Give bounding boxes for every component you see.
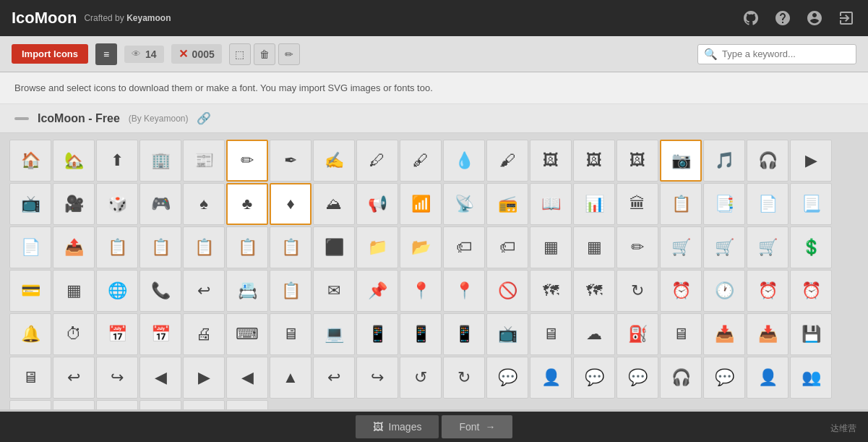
icon-cell[interactable]: 📅	[96, 313, 138, 355]
help-icon[interactable]	[773, 8, 793, 28]
icon-cell[interactable]: 🚫	[486, 270, 528, 312]
icon-cell[interactable]: ✉	[313, 270, 355, 312]
icon-cell[interactable]: 🔔	[9, 313, 51, 355]
icon-cell[interactable]: 📄	[9, 226, 51, 268]
icon-cell[interactable]: 💻	[313, 313, 355, 355]
icon-cell[interactable]: 🖥	[660, 313, 702, 355]
icon-cell[interactable]: 🖊	[356, 140, 398, 182]
icon-cell[interactable]: 📥	[703, 313, 745, 355]
icon-cell[interactable]: 🖋	[400, 140, 442, 182]
icon-cell[interactable]: 📱	[400, 313, 442, 355]
icon-cell[interactable]: 🎮	[139, 183, 181, 225]
icon-cell[interactable]: 🌐	[96, 270, 138, 312]
icon-cell[interactable]: ✒	[270, 140, 311, 182]
icon-cell[interactable]: ⌛	[226, 400, 268, 409]
icon-cell[interactable]: 💲	[790, 226, 832, 268]
icon-cell[interactable]: 🎧	[747, 140, 788, 182]
icon-cell[interactable]: 💬	[486, 357, 528, 399]
icon-cell[interactable]: ⏰	[660, 270, 702, 312]
icon-cell[interactable]: ↺	[400, 357, 442, 399]
icon-cell[interactable]: 🕐	[703, 270, 745, 312]
icon-cell[interactable]: ✏	[226, 140, 268, 182]
icon-cell[interactable]: 📍	[400, 270, 442, 312]
icon-cell[interactable]: 🗺	[530, 270, 572, 312]
iconset-link-icon[interactable]: 🔗	[197, 111, 211, 125]
icon-cell[interactable]: ⬆	[96, 140, 138, 182]
icon-cell[interactable]: 🖥	[270, 313, 311, 355]
import-icons-button[interactable]: Import Icons	[12, 44, 88, 64]
icon-cell[interactable]: ▦	[530, 226, 572, 268]
icon-cell[interactable]: ▶	[790, 140, 832, 182]
icon-cell[interactable]: ↪	[96, 357, 138, 399]
icon-cell[interactable]: 👥	[53, 400, 95, 409]
icon-cell[interactable]: 🎲	[96, 183, 138, 225]
icon-cell[interactable]: 👥	[139, 400, 181, 409]
icon-cell[interactable]: 🏛	[616, 183, 658, 225]
icon-cell[interactable]: 📑	[703, 183, 745, 225]
icon-cell[interactable]: 📂	[400, 226, 442, 268]
icon-cell[interactable]: 💬	[573, 357, 615, 399]
images-button[interactable]: 🖼 Images	[356, 415, 439, 438]
select-tool-button[interactable]: ⬚	[229, 43, 251, 65]
icon-cell[interactable]: 📺	[9, 183, 51, 225]
icon-cell[interactable]: ⏰	[790, 270, 832, 312]
icon-cell[interactable]: 💳	[9, 270, 51, 312]
font-button[interactable]: Font →	[442, 415, 512, 438]
icon-cell[interactable]: ▦	[53, 270, 95, 312]
search-input[interactable]	[722, 48, 850, 59]
icon-cell[interactable]: ▦	[573, 226, 615, 268]
icon-cell[interactable]: ⛽	[616, 313, 658, 355]
icon-cell[interactable]: ▲	[270, 357, 311, 399]
icon-cell[interactable]: 📋	[183, 226, 225, 268]
icon-cell[interactable]: 📞	[139, 270, 181, 312]
icon-cell[interactable]: ↻	[443, 357, 485, 399]
icon-cell[interactable]: 🖥	[530, 313, 572, 355]
icon-cell[interactable]: 📱	[443, 313, 485, 355]
icon-cell[interactable]: 🖼	[530, 140, 572, 182]
icon-cell[interactable]: ♣	[226, 183, 268, 225]
icon-cell[interactable]: ⏱	[53, 313, 95, 355]
icon-cell[interactable]: 🖨	[183, 313, 225, 355]
icon-cell[interactable]: ✏	[616, 226, 658, 268]
edit-tool-button[interactable]: ✏	[278, 43, 300, 65]
icon-cell[interactable]: 🏷	[486, 226, 528, 268]
icon-cell[interactable]: ⏰	[747, 270, 788, 312]
icon-cell[interactable]: 🛒	[747, 226, 788, 268]
icon-cell[interactable]: ↩	[53, 357, 95, 399]
icon-cell[interactable]: 📖	[530, 183, 572, 225]
icon-cell[interactable]: 🏡	[53, 140, 95, 182]
icon-cell[interactable]: 👤	[9, 400, 51, 409]
icon-cell[interactable]: 👥	[790, 357, 832, 399]
icon-cell[interactable]: 🏷	[443, 226, 485, 268]
icon-cell[interactable]: 📷	[660, 140, 702, 182]
icon-cell[interactable]: 🖌	[486, 140, 528, 182]
icon-cell[interactable]: ◀	[139, 357, 181, 399]
icon-cell[interactable]: ⌨	[226, 313, 268, 355]
exit-icon[interactable]	[836, 8, 856, 28]
github-icon[interactable]	[741, 8, 761, 28]
icon-cell[interactable]: 💬	[616, 357, 658, 399]
icon-cell[interactable]: 📻	[486, 183, 528, 225]
icon-cell[interactable]: ◀	[226, 357, 268, 399]
icon-cell[interactable]: 📋	[139, 226, 181, 268]
icon-cell[interactable]: 📇	[226, 270, 268, 312]
icon-cell[interactable]: 🎧	[660, 357, 702, 399]
icon-cell[interactable]: 📱	[356, 313, 398, 355]
icon-set-button[interactable]: ≡	[95, 43, 117, 65]
icon-cell[interactable]: 📋	[270, 226, 311, 268]
icon-cell[interactable]: ♦	[270, 183, 311, 225]
icon-cell[interactable]: 📊	[573, 183, 615, 225]
icon-cell[interactable]: 👤	[530, 357, 572, 399]
iconset-drag-handle[interactable]	[14, 117, 29, 120]
icon-cell[interactable]: 📄	[747, 183, 788, 225]
icon-cell[interactable]: 🖥	[9, 357, 51, 399]
icon-cell[interactable]: ☁	[573, 313, 615, 355]
icon-cell[interactable]: 📅	[139, 313, 181, 355]
icon-cell[interactable]: 📋	[270, 270, 311, 312]
icon-cell[interactable]: ↪	[356, 357, 398, 399]
icon-cell[interactable]: 📢	[356, 183, 398, 225]
icon-cell[interactable]: 💬	[703, 357, 745, 399]
icon-cell[interactable]: 🛒	[703, 226, 745, 268]
icon-cell[interactable]: 🖼	[616, 140, 658, 182]
icon-cell[interactable]: ↩	[313, 357, 355, 399]
